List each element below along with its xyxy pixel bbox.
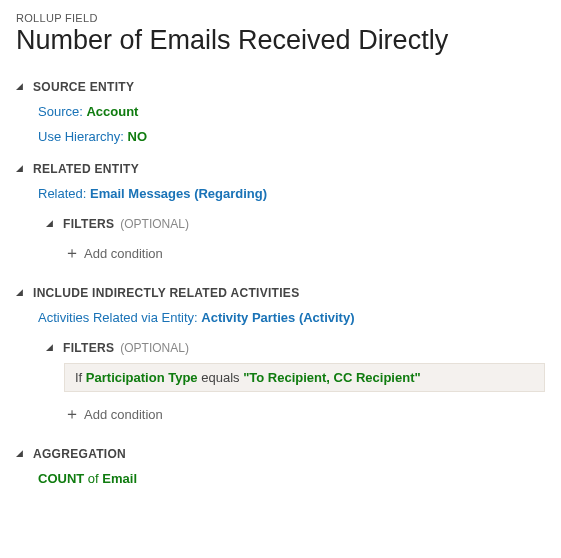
close-paren: ) xyxy=(263,186,267,201)
filters-optional: (OPTIONAL) xyxy=(120,217,189,231)
plus-icon: ＋ xyxy=(64,243,84,264)
agg-of: of xyxy=(88,471,99,486)
filters-title: FILTERS xyxy=(63,341,114,355)
chevron-down-icon: ◢ xyxy=(16,287,23,297)
header-label: ROLLUP FIELD xyxy=(16,12,545,24)
related-value: Email Messages xyxy=(90,186,190,201)
related-row[interactable]: Related: Email Messages (Regarding) xyxy=(38,186,545,201)
add-condition-label: Add condition xyxy=(84,407,163,422)
chevron-down-icon: ◢ xyxy=(16,163,23,173)
source-row[interactable]: Source: Account xyxy=(38,104,545,119)
chevron-down-icon: ◢ xyxy=(16,448,23,458)
section-title: INCLUDE INDIRECTLY RELATED ACTIVITIES xyxy=(33,286,299,300)
plus-icon: ＋ xyxy=(64,404,84,425)
hierarchy-value: NO xyxy=(128,129,148,144)
chevron-down-icon: ◢ xyxy=(46,218,53,228)
filter-field: Participation Type xyxy=(86,370,198,385)
filter-if: If xyxy=(75,370,82,385)
section-aggregation: ◢ AGGREGATION COUNT of Email xyxy=(16,447,545,486)
agg-target: Email xyxy=(102,471,137,486)
filters-optional: (OPTIONAL) xyxy=(120,341,189,355)
section-title: SOURCE ENTITY xyxy=(33,80,134,94)
section-indirect: ◢ INCLUDE INDIRECTLY RELATED ACTIVITIES … xyxy=(16,286,545,429)
source-value: Account xyxy=(86,104,138,119)
agg-func: COUNT xyxy=(38,471,84,486)
related-paren: Regarding xyxy=(198,186,262,201)
aggregation-row[interactable]: COUNT of Email xyxy=(38,471,545,486)
filters-header[interactable]: ◢ FILTERS (OPTIONAL) xyxy=(46,217,545,231)
section-header-indirect[interactable]: ◢ INCLUDE INDIRECTLY RELATED ACTIVITIES xyxy=(16,286,545,300)
section-title: AGGREGATION xyxy=(33,447,126,461)
section-source-entity: ◢ SOURCE ENTITY Source: Account Use Hier… xyxy=(16,80,545,144)
chevron-down-icon: ◢ xyxy=(16,81,23,91)
section-related-entity: ◢ RELATED ENTITY Related: Email Messages… xyxy=(16,162,545,268)
via-row[interactable]: Activities Related via Entity: Activity … xyxy=(38,310,545,325)
via-label: Activities Related via Entity: xyxy=(38,310,198,325)
page-title: Number of Emails Received Directly xyxy=(16,26,545,56)
source-label: Source: xyxy=(38,104,83,119)
hierarchy-label: Use Hierarchy: xyxy=(38,129,124,144)
filter-condition[interactable]: If Participation Type equals "To Recipie… xyxy=(64,363,545,392)
add-condition-label: Add condition xyxy=(84,246,163,261)
section-title: RELATED ENTITY xyxy=(33,162,139,176)
filter-value: "To Recipient, CC Recipient" xyxy=(243,370,421,385)
add-condition-button[interactable]: ＋ Add condition xyxy=(64,239,545,268)
filters-subsection-related: ◢ FILTERS (OPTIONAL) ＋ Add condition xyxy=(46,217,545,268)
section-header-related[interactable]: ◢ RELATED ENTITY xyxy=(16,162,545,176)
filters-subsection-indirect: ◢ FILTERS (OPTIONAL) If Participation Ty… xyxy=(46,341,545,429)
hierarchy-row[interactable]: Use Hierarchy: NO xyxy=(38,129,545,144)
filters-title: FILTERS xyxy=(63,217,114,231)
filter-op: equals xyxy=(201,370,239,385)
via-value: Activity Parties xyxy=(201,310,295,325)
filters-header[interactable]: ◢ FILTERS (OPTIONAL) xyxy=(46,341,545,355)
section-header-source[interactable]: ◢ SOURCE ENTITY xyxy=(16,80,545,94)
close-paren: ) xyxy=(350,310,354,325)
via-paren: Activity xyxy=(303,310,350,325)
related-label: Related: xyxy=(38,186,86,201)
section-header-aggregation[interactable]: ◢ AGGREGATION xyxy=(16,447,545,461)
chevron-down-icon: ◢ xyxy=(46,342,53,352)
add-condition-button[interactable]: ＋ Add condition xyxy=(64,400,545,429)
